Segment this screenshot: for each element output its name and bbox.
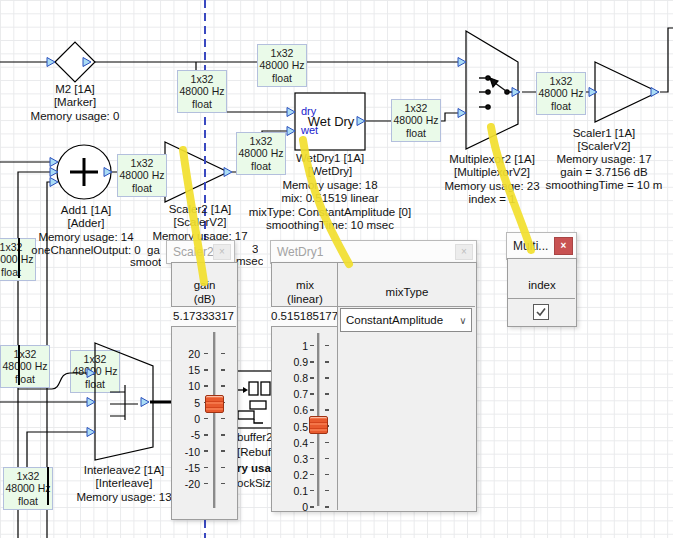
tick-label: 0.3 — [280, 453, 308, 465]
wire-over-label — [18, 238, 20, 278]
scaler2-slider-track[interactable] — [213, 332, 216, 508]
tick-label: -10 — [174, 446, 200, 458]
scaler1-gain-shape[interactable] — [595, 62, 658, 122]
port — [287, 108, 295, 117]
patch-canvas: 1x3248000 Hzfloat 1x3248000 Hzfloat 1x32… — [0, 0, 673, 538]
close-icon[interactable]: × — [554, 237, 573, 255]
scaler2-slider-handle[interactable] — [205, 395, 224, 413]
tick-label: 0.9 — [280, 356, 308, 368]
chevron-down-icon: ∨ — [455, 315, 471, 326]
wire-over-label — [18, 345, 20, 385]
tick-label: 0.1 — [280, 485, 308, 497]
signal-label-box[interactable]: 1x3248000 Hzfloat — [257, 44, 307, 87]
m2-label: M2 [1A][Marker]Memory usage: 0 — [0, 83, 170, 123]
port — [87, 369, 95, 378]
port — [141, 398, 149, 407]
scaler2-gain-value[interactable]: 5.17333317 — [171, 307, 236, 327]
close-icon[interactable]: × — [213, 244, 231, 260]
wetdry1-slider-handle[interactable] — [309, 416, 328, 434]
signal-label-box[interactable]: 1x3248000 Hzfloat — [391, 99, 441, 142]
tick-label: 0.4 — [280, 437, 308, 449]
close-icon[interactable]: × — [455, 244, 473, 260]
tick-label: 0.8 — [280, 372, 308, 384]
port — [50, 158, 58, 167]
tick-label: 0.2 — [280, 469, 308, 481]
wetdry1-mixtype-select[interactable]: ConstantAmplitude ∨ — [340, 308, 472, 332]
rebuffer-clipped-text: ockSize — [237, 477, 271, 490]
tick-label: 0.7 — [280, 388, 308, 400]
scaler1-label: Scaler1 [1A][ScalerV2] Memory usage: 17g… — [509, 127, 673, 192]
tick-label: 0.5 — [280, 421, 308, 433]
tick-label: -5 — [174, 429, 200, 441]
signal-label-box[interactable]: 1x3248000 Hzfloat — [177, 70, 227, 113]
interleave-icon — [110, 385, 138, 420]
wetdry-wet-port-label: wet — [301, 124, 318, 136]
wetdry1-window-titlebar[interactable]: WetDry1 × — [270, 240, 477, 264]
port — [47, 58, 55, 67]
port — [87, 398, 95, 407]
add1-adder-shape[interactable] — [57, 145, 111, 199]
signal-label-box[interactable]: 1x3248000 Hzfloat — [0, 345, 50, 388]
rebuffer-clipped-text: ry usa — [237, 462, 271, 475]
tick-label: 0.6 — [280, 404, 308, 416]
scaler2-clipped-text: smoot — [130, 256, 161, 269]
wetdry1-mixtype-selected: ConstantAmplitude — [341, 314, 455, 326]
port — [651, 88, 659, 97]
port — [224, 168, 232, 177]
scaler2-window-title: Scaler2 — [167, 245, 213, 259]
scaler2-clipped-text: msec — [236, 255, 263, 268]
tick-label: 5 — [174, 397, 200, 409]
tick-marks — [221, 353, 225, 486]
signal-label-box[interactable]: 1x3248000 Hzfloat — [536, 72, 586, 115]
wetdry1-mix-value[interactable]: 0.515185177 — [271, 307, 337, 327]
divider — [507, 298, 575, 299]
scaler2-param-name: gain — [172, 278, 237, 292]
tick-label: 10 — [174, 380, 200, 392]
port — [458, 109, 466, 118]
tick-label: 20 — [174, 348, 200, 360]
wetdry1-window-title: WetDry1 — [271, 245, 455, 259]
tick-marks — [204, 353, 208, 486]
wetdry1-param-unit: (linear) — [272, 292, 338, 306]
port — [287, 127, 295, 136]
multi-index-checkbox[interactable] — [533, 304, 549, 320]
port — [50, 178, 58, 187]
tick-label: 0 — [174, 413, 200, 425]
tick-label: 15 — [174, 364, 200, 376]
port — [87, 428, 95, 437]
signal-label-box[interactable]: 1x3248000 Hzfloat — [117, 154, 167, 197]
wetdry-dry-port-label: dry — [301, 105, 316, 117]
checkmark-icon — [535, 306, 547, 318]
multi-window-title: Multi... — [507, 239, 554, 253]
scaler2-param-unit: (dB) — [172, 292, 237, 306]
wetdry1-mixtype-header: mixType — [338, 285, 476, 299]
tick-label: 0 — [280, 501, 308, 513]
scaler2-window-titlebar[interactable]: Scaler2 × — [166, 240, 235, 264]
switch-icon — [479, 76, 516, 109]
tick-label: -15 — [174, 462, 200, 474]
wire-over-label — [47, 467, 49, 505]
port — [589, 88, 597, 97]
port — [458, 58, 466, 67]
tick-label: 1 — [280, 340, 308, 352]
wetdry1-param-name: mix — [272, 278, 338, 292]
port — [512, 88, 520, 97]
tick-label: -20 — [174, 478, 200, 490]
multi-param-name: index — [508, 278, 576, 292]
divider — [337, 262, 338, 510]
multi-window-titlebar[interactable]: Multi... × — [506, 232, 577, 260]
scaler2-gain-shape[interactable] — [165, 142, 228, 202]
rebuffer-clipped-text: buffer2 — [237, 431, 271, 444]
rebuffer-clipped-text: [Rebuff — [237, 446, 271, 459]
